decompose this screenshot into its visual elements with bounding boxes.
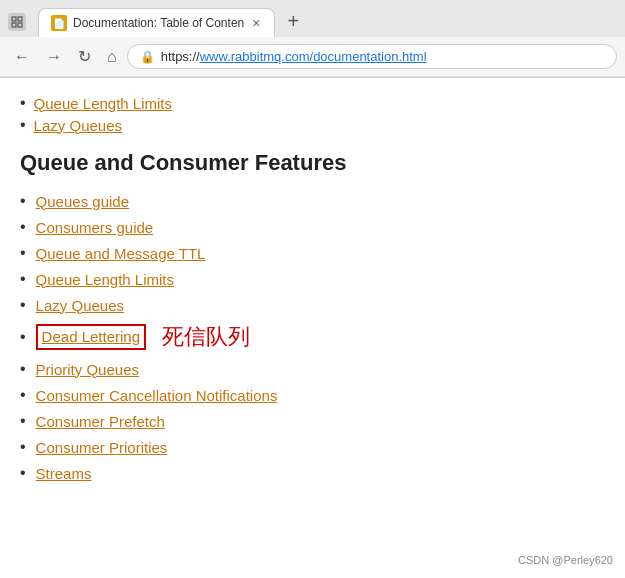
forward-button[interactable]: → — [40, 44, 68, 70]
consumer-priorities-link[interactable]: Consumer Priorities — [36, 439, 168, 456]
svg-rect-1 — [18, 17, 22, 21]
dead-lettering-link[interactable]: Dead Lettering — [42, 328, 140, 345]
tab-bar: Documentation: Table of Conten × + — [38, 6, 617, 37]
chinese-annotation: 死信队列 — [162, 322, 250, 352]
title-bar: Documentation: Table of Conten × + — [0, 0, 625, 37]
list-item-queues-guide: Queues guide — [20, 192, 605, 210]
tab-favicon — [51, 15, 67, 31]
consumer-cancellation-link[interactable]: Consumer Cancellation Notifications — [36, 387, 278, 404]
main-link-list: Queues guide Consumers guide Queue and M… — [20, 192, 605, 482]
list-item-consumer-prefetch: Consumer Prefetch — [20, 412, 605, 430]
nav-bar: ← → ↻ ⌂ 🔒 https://www.rabbitmq.com/docum… — [0, 37, 625, 77]
queue-length-limits-top-link[interactable]: Queue Length Limits — [34, 95, 172, 112]
home-button[interactable]: ⌂ — [101, 44, 123, 70]
queue-message-ttl-link[interactable]: Queue and Message TTL — [36, 245, 206, 262]
url-protocol: https:// — [161, 49, 200, 64]
top-links-section: Queue Length Limits Lazy Queues — [20, 94, 605, 134]
list-item-priority-queues: Priority Queues — [20, 360, 605, 378]
consumers-guide-link[interactable]: Consumers guide — [36, 219, 154, 236]
priority-queues-link[interactable]: Priority Queues — [36, 361, 139, 378]
tab-title: Documentation: Table of Conten — [73, 16, 244, 30]
svg-rect-3 — [18, 23, 22, 27]
queue-length-limits-link[interactable]: Queue Length Limits — [36, 271, 174, 288]
watermark: CSDN @Perley620 — [518, 554, 613, 566]
streams-link[interactable]: Streams — [36, 465, 92, 482]
browser-chrome: Documentation: Table of Conten × + ← → ↻… — [0, 0, 625, 78]
lazy-queues-top-link[interactable]: Lazy Queues — [34, 117, 122, 134]
back-button[interactable]: ← — [8, 44, 36, 70]
window-tile-button[interactable] — [8, 13, 26, 31]
svg-rect-2 — [12, 23, 16, 27]
svg-rect-0 — [12, 17, 16, 21]
url-domain: www.rabbitmq.com — [200, 49, 310, 64]
list-item-lazy-queues: Lazy Queues — [20, 296, 605, 314]
window-controls — [8, 13, 26, 31]
dead-lettering-box: Dead Lettering — [36, 324, 146, 350]
new-tab-button[interactable]: + — [279, 6, 307, 37]
list-item-consumer-priorities: Consumer Priorities — [20, 438, 605, 456]
url-path: /documentation.html — [310, 49, 427, 64]
reload-button[interactable]: ↻ — [72, 43, 97, 70]
list-item-streams: Streams — [20, 464, 605, 482]
top-link-item-lazy: Lazy Queues — [20, 116, 605, 134]
top-link-item: Queue Length Limits — [20, 94, 605, 112]
lazy-queues-link[interactable]: Lazy Queues — [36, 297, 124, 314]
list-item-queue-message-ttl: Queue and Message TTL — [20, 244, 605, 262]
lock-icon: 🔒 — [140, 50, 155, 64]
tab-close-button[interactable]: × — [250, 16, 262, 30]
list-item-dead-lettering: Dead Lettering 死信队列 — [20, 322, 605, 352]
consumer-prefetch-link[interactable]: Consumer Prefetch — [36, 413, 165, 430]
page-content: Queue Length Limits Lazy Queues Queue an… — [0, 78, 625, 566]
section-heading: Queue and Consumer Features — [20, 150, 605, 176]
queues-guide-link[interactable]: Queues guide — [36, 193, 129, 210]
list-item-queue-length-limits: Queue Length Limits — [20, 270, 605, 288]
url-text: https://www.rabbitmq.com/documentation.h… — [161, 49, 427, 64]
dead-letter-container: Dead Lettering 死信队列 — [36, 322, 250, 352]
list-item-consumer-cancellation: Consumer Cancellation Notifications — [20, 386, 605, 404]
active-tab[interactable]: Documentation: Table of Conten × — [38, 8, 275, 37]
top-links-list: Queue Length Limits Lazy Queues — [20, 94, 605, 134]
list-item-consumers-guide: Consumers guide — [20, 218, 605, 236]
address-bar[interactable]: 🔒 https://www.rabbitmq.com/documentation… — [127, 44, 617, 69]
